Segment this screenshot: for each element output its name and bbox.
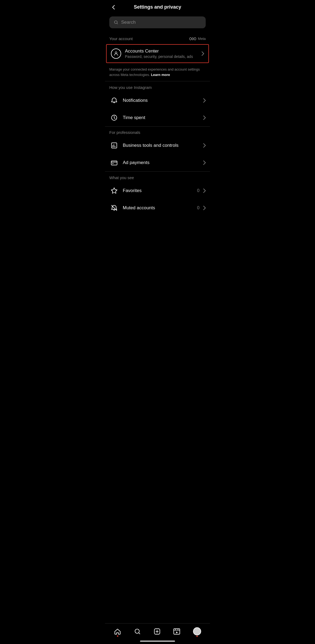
time-spent-label: Time spent [123, 115, 201, 120]
settings-header: Settings and privacy [105, 0, 210, 14]
muted-accounts-chevron [203, 206, 206, 210]
accounts-center-icon [111, 48, 121, 59]
favorites-item[interactable]: Favorites 0 [105, 182, 210, 199]
accounts-center-note: Manage your connected experiences and ac… [105, 64, 210, 81]
time-spent-icon [109, 113, 119, 123]
for-professionals-header: For professionals [105, 126, 210, 137]
what-you-see-section: What you see Favorites 0 Muted accounts … [105, 172, 210, 217]
muted-accounts-label: Muted accounts [123, 205, 197, 211]
ad-payments-item[interactable]: Ad payments [105, 154, 210, 171]
accounts-center-wrapper: Accounts Center Password, security, pers… [105, 44, 210, 63]
for-professionals-title: For professionals [109, 130, 140, 135]
accounts-center-item[interactable]: Accounts Center Password, security, pers… [106, 44, 209, 63]
page-title: Settings and privacy [134, 4, 181, 10]
notifications-item[interactable]: Notifications [105, 92, 210, 109]
svg-point-0 [114, 21, 117, 24]
learn-more-link[interactable]: Learn more [151, 73, 170, 77]
search-placeholder: Search [121, 20, 136, 25]
favorites-badge: 0 [197, 188, 200, 193]
time-spent-chevron [203, 116, 206, 120]
svg-point-1 [115, 52, 117, 54]
muted-accounts-badge: 0 [197, 206, 200, 210]
favorites-label: Favorites [123, 188, 197, 193]
accounts-center-text: Accounts Center Password, security, pers… [125, 48, 200, 59]
search-container: Search [105, 14, 210, 33]
notifications-chevron [203, 98, 206, 103]
search-icon [114, 20, 118, 25]
what-you-see-header: What you see [105, 172, 210, 182]
svg-rect-5 [112, 163, 113, 164]
for-professionals-section: For professionals Business tools and con… [105, 126, 210, 171]
favorites-icon [109, 186, 119, 196]
notifications-icon [109, 96, 119, 105]
muted-accounts-icon [109, 203, 119, 213]
how-you-use-header: How you use Instagram [105, 81, 210, 92]
business-tools-label: Business tools and controls [123, 143, 201, 148]
ad-payments-label: Ad payments [123, 160, 201, 165]
accounts-center-chevron [202, 51, 204, 56]
muted-accounts-item[interactable]: Muted accounts 0 [105, 199, 210, 217]
svg-rect-4 [111, 161, 117, 165]
your-account-header: Your account Meta [105, 33, 210, 43]
back-button[interactable] [110, 4, 117, 11]
business-tools-icon [109, 141, 119, 150]
meta-logo: Meta [189, 37, 206, 41]
business-tools-item[interactable]: Business tools and controls [105, 137, 210, 154]
notifications-label: Notifications [123, 98, 201, 103]
favorites-chevron [203, 189, 206, 193]
time-spent-item[interactable]: Time spent [105, 109, 210, 126]
what-you-see-title: What you see [109, 175, 134, 180]
how-you-use-section: How you use Instagram Notifications Time… [105, 81, 210, 126]
accounts-center-title: Accounts Center [125, 48, 200, 54]
search-bar[interactable]: Search [109, 16, 206, 28]
svg-rect-3 [111, 143, 117, 148]
business-tools-chevron [203, 143, 206, 148]
ad-payments-chevron [203, 161, 206, 165]
how-you-use-title: How you use Instagram [109, 85, 152, 90]
your-account-title: Your account [109, 36, 133, 41]
ad-payments-icon [109, 158, 119, 168]
your-account-section: Your account Meta Accounts Center Passwo… [105, 33, 210, 81]
meta-label: Meta [198, 37, 206, 41]
accounts-center-subtitle: Password, security, personal details, ad… [125, 54, 200, 59]
